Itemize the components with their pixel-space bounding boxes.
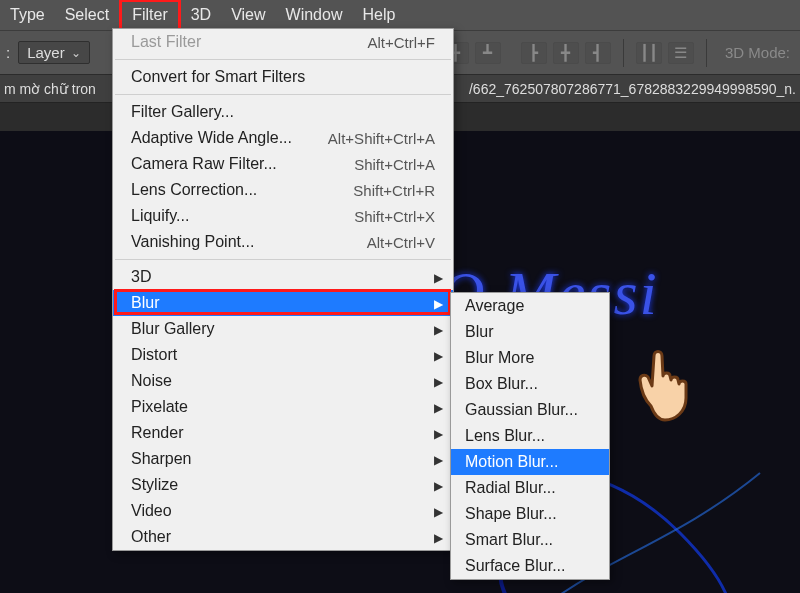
menu-select[interactable]: Select	[55, 2, 119, 28]
options-prefix: :	[6, 44, 10, 61]
chevron-down-icon: ⌄	[71, 46, 81, 60]
menu-liquify[interactable]: Liquify... Shift+Ctrl+X	[113, 203, 453, 229]
submenu-average[interactable]: Average	[451, 293, 609, 319]
submenu-blur-more[interactable]: Blur More	[451, 345, 609, 371]
menu-lens-correction[interactable]: Lens Correction... Shift+Ctrl+R	[113, 177, 453, 203]
menu-last-filter: Last Filter Alt+Ctrl+F	[113, 29, 453, 55]
menu-video-sub[interactable]: Video▶	[113, 498, 453, 524]
menubar: Type Select Filter 3D View Window Help	[0, 0, 800, 30]
mode-3d-label: 3D Mode:	[719, 44, 796, 61]
submenu-shape-blur[interactable]: Shape Blur...	[451, 501, 609, 527]
menu-noise-sub[interactable]: Noise▶	[113, 368, 453, 394]
menu-filter-gallery[interactable]: Filter Gallery...	[113, 99, 453, 125]
menu-window[interactable]: Window	[276, 2, 353, 28]
submenu-arrow-icon: ▶	[434, 401, 443, 415]
align-left-icon[interactable]: ┣	[521, 42, 547, 64]
divider	[706, 39, 707, 67]
menu-separator	[115, 94, 451, 95]
tab-right-fragment: /662_762507807286771_6782883229949998590…	[469, 81, 796, 97]
submenu-arrow-icon: ▶	[434, 479, 443, 493]
menu-filter[interactable]: Filter	[119, 0, 181, 31]
menu-adaptive-wide-angle[interactable]: Adaptive Wide Angle... Alt+Shift+Ctrl+A	[113, 125, 453, 151]
menu-separator	[115, 59, 451, 60]
blur-submenu: Average Blur Blur More Box Blur... Gauss…	[450, 292, 610, 580]
menu-3d[interactable]: 3D	[181, 2, 221, 28]
submenu-arrow-icon: ▶	[434, 297, 443, 311]
submenu-smart-blur[interactable]: Smart Blur...	[451, 527, 609, 553]
menu-other-sub[interactable]: Other▶	[113, 524, 453, 550]
menu-convert-smart-filters[interactable]: Convert for Smart Filters	[113, 64, 453, 90]
submenu-radial-blur[interactable]: Radial Blur...	[451, 475, 609, 501]
menu-blur-sub[interactable]: Blur▶	[113, 290, 453, 316]
submenu-surface-blur[interactable]: Surface Blur...	[451, 553, 609, 579]
menu-3d-sub[interactable]: 3D▶	[113, 264, 453, 290]
menu-type[interactable]: Type	[0, 2, 55, 28]
divider	[623, 39, 624, 67]
pointer-hand-icon	[615, 332, 715, 432]
submenu-arrow-icon: ▶	[434, 323, 443, 337]
submenu-arrow-icon: ▶	[434, 375, 443, 389]
menu-pixelate-sub[interactable]: Pixelate▶	[113, 394, 453, 420]
menu-render-sub[interactable]: Render▶	[113, 420, 453, 446]
align-right-icon[interactable]: ┫	[585, 42, 611, 64]
menu-sharpen-sub[interactable]: Sharpen▶	[113, 446, 453, 472]
align-bottom-icon[interactable]: ┻	[475, 42, 501, 64]
submenu-arrow-icon: ▶	[434, 349, 443, 363]
align-hmid-icon[interactable]: ╋	[553, 42, 579, 64]
submenu-lens-blur[interactable]: Lens Blur...	[451, 423, 609, 449]
menu-stylize-sub[interactable]: Stylize▶	[113, 472, 453, 498]
filter-menu: Last Filter Alt+Ctrl+F Convert for Smart…	[112, 28, 454, 551]
layer-dropdown[interactable]: Layer ⌄	[18, 41, 90, 64]
submenu-gaussian-blur[interactable]: Gaussian Blur...	[451, 397, 609, 423]
submenu-arrow-icon: ▶	[434, 531, 443, 545]
submenu-motion-blur[interactable]: Motion Blur...	[451, 449, 609, 475]
submenu-arrow-icon: ▶	[434, 453, 443, 467]
menu-blur-gallery-sub[interactable]: Blur Gallery▶	[113, 316, 453, 342]
menu-help[interactable]: Help	[352, 2, 405, 28]
submenu-box-blur[interactable]: Box Blur...	[451, 371, 609, 397]
layer-dropdown-label: Layer	[27, 44, 65, 61]
menu-vanishing-point[interactable]: Vanishing Point... Alt+Ctrl+V	[113, 229, 453, 255]
menu-camera-raw-filter[interactable]: Camera Raw Filter... Shift+Ctrl+A	[113, 151, 453, 177]
submenu-arrow-icon: ▶	[434, 505, 443, 519]
distribute-h-icon[interactable]: ┃┃	[636, 42, 662, 64]
menu-distort-sub[interactable]: Distort▶	[113, 342, 453, 368]
menu-view[interactable]: View	[221, 2, 275, 28]
distribute-v-icon[interactable]: ☰	[668, 42, 694, 64]
menu-separator	[115, 259, 451, 260]
submenu-arrow-icon: ▶	[434, 271, 443, 285]
submenu-blur[interactable]: Blur	[451, 319, 609, 345]
submenu-arrow-icon: ▶	[434, 427, 443, 441]
tab-left-fragment: m mờ chữ tron	[4, 81, 96, 97]
